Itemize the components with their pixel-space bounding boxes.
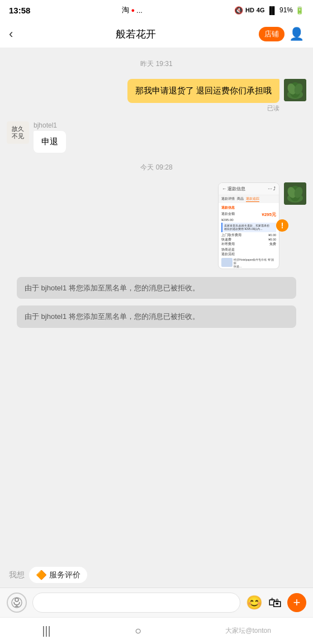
timestamp-1: 昨天 19:31	[0, 59, 313, 69]
card-label: 申退	[41, 137, 58, 147]
sent-bubble-1: 那我申请退货了 退回运费你们承担哦	[127, 79, 279, 103]
shop-button[interactable]: 店铺	[259, 27, 284, 41]
sent-message-2: ← 退款信息 ⋯ ⤴ 退款详情 商品 退款追踪 退款信息 退款金额 ¥295元	[0, 180, 313, 271]
chip-emoji: 🔶	[36, 570, 47, 580]
person-icon[interactable]: 👤	[289, 27, 304, 41]
back-button[interactable]: ‹	[9, 27, 13, 41]
image-message-container: ← 退款信息 ⋯ ⤴ 退款详情 商品 退款追踪 退款信息 退款金额 ¥295元	[218, 182, 279, 269]
chip-label: 服务评价	[49, 570, 80, 580]
bottom-nav: ||| ○ 大家坛@tonton	[0, 617, 313, 644]
timestamp-2: 今天 09:28	[0, 163, 313, 172]
sent-msg-content-1: 那我申请退货了 退回运费你们承担哦 已读	[127, 79, 279, 112]
watermark: 大家坛@tonton	[225, 626, 271, 636]
received-msg-content-1: bjhotel1 申退	[34, 121, 66, 153]
sent-msg-content-2: ← 退款信息 ⋯ ⤴ 退款详情 商品 退款追踪 退款信息 退款金额 ¥295元	[218, 182, 279, 269]
nav-right: 店铺 👤	[259, 27, 304, 41]
user-avatar-2	[284, 182, 306, 205]
chat-area: 昨天 19:31 那我申请退货了 退回运费你们承担哦 已读 故久不见 bj	[0, 48, 313, 562]
apply-refund-card[interactable]: 申退	[34, 131, 66, 153]
nav-left: ‹	[9, 27, 13, 41]
system-message-2: 由于 bjhotel1 将您添加至黑名单，您的消息已被拒收。	[17, 305, 296, 328]
sender-name: bjhotel1	[34, 121, 57, 129]
nav-title: 般若花开	[116, 27, 156, 41]
plus-button[interactable]: +	[287, 593, 306, 612]
input-bar: 😊 🛍 +	[0, 587, 313, 617]
service-review-chip[interactable]: 🔶 服务评价	[29, 567, 87, 583]
suggestion-label: 我想	[9, 570, 25, 580]
status-apps: 淘 ● ...	[122, 5, 143, 15]
status-icons: 🔇 HD 4G ▐▌ 91% 🔋	[234, 6, 304, 15]
received-message-1: 故久不见 bjhotel1 申退	[0, 119, 313, 155]
screenshot-bubble[interactable]: ← 退款信息 ⋯ ⤴ 退款详情 商品 退款追踪 退款信息 退款金额 ¥295元	[218, 182, 279, 269]
status-time: 13:58	[9, 6, 30, 15]
screenshot-header: ← 退款信息 ⋯ ⤴	[219, 183, 279, 195]
top-nav: ‹ 般若花开 店铺 👤	[0, 20, 313, 48]
svg-point-11	[15, 598, 18, 601]
system-message-1: 由于 bjhotel1 将您添加至黑名单，您的消息已被拒收。	[17, 277, 296, 299]
status-bar: 13:58 淘 ● ... 🔇 HD 4G ▐▌ 91% 🔋	[0, 0, 313, 20]
nav-menu-icon[interactable]: |||	[42, 624, 51, 637]
voice-button[interactable]	[7, 593, 27, 613]
sent-message-1: 那我申请退货了 退回运费你们承担哦 已读	[0, 77, 313, 115]
nav-home-icon[interactable]: ○	[135, 624, 141, 637]
user-avatar	[284, 79, 306, 101]
message-input[interactable]	[32, 593, 240, 613]
bjhotel1-avatar: 故久不见	[7, 121, 29, 144]
bag-button[interactable]: 🛍	[268, 595, 282, 610]
error-icon: !	[276, 219, 288, 232]
emoji-button[interactable]: 😊	[246, 595, 263, 610]
read-status: 已读	[267, 104, 279, 112]
suggestion-bar: 我想 🔶 服务评价	[0, 562, 313, 587]
